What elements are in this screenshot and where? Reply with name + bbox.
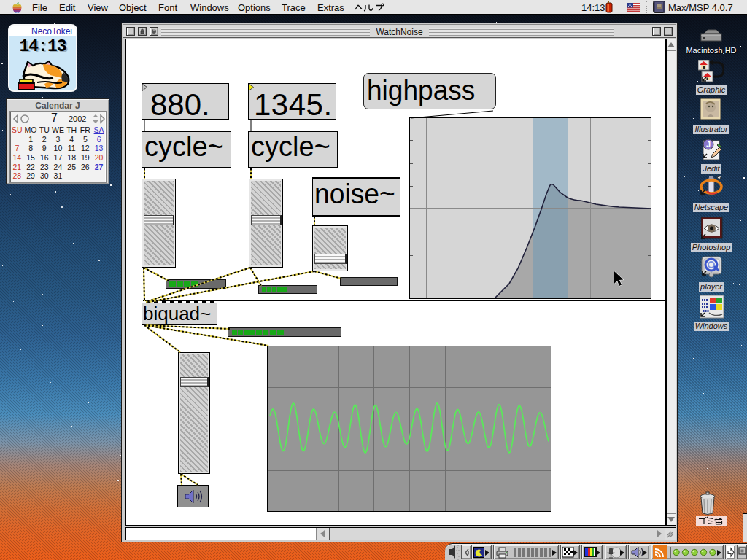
svg-text:J: J xyxy=(706,140,711,149)
